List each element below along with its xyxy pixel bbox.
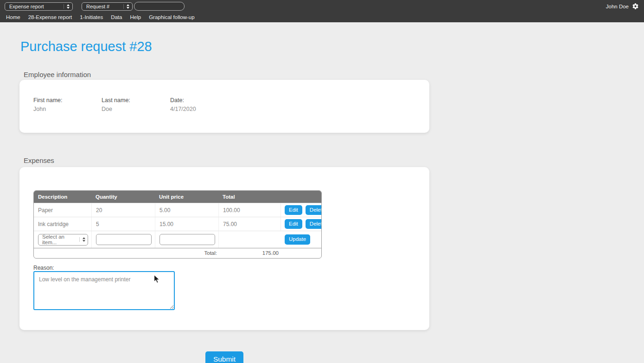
cell-description: Paper <box>34 203 91 217</box>
update-button[interactable]: Update <box>285 234 310 245</box>
page-title: Purchase request #28 <box>20 39 152 54</box>
employee-card: First name: John Last name: Doe Date: 4/… <box>19 80 429 133</box>
unit-price-input[interactable] <box>159 234 215 245</box>
col-header-description: Description <box>34 191 91 203</box>
delete-button[interactable]: Delete <box>306 219 321 229</box>
total-label: Total: <box>155 248 218 258</box>
total-value: 175.00 <box>218 248 281 258</box>
expenses-card: Description Quantity Unit price Total Pa… <box>19 167 429 330</box>
last-name-label: Last name: <box>102 97 130 104</box>
report-type-select[interactable]: Expense report <box>5 2 73 11</box>
edit-button[interactable]: Edit <box>285 205 302 215</box>
col-header-total: Total <box>218 191 281 203</box>
cell-unit-price: 15.00 <box>155 217 218 231</box>
cell-total: 75.00 <box>218 217 281 231</box>
table-row: Ink cartridge 5 15.00 75.00 Edit Delete <box>34 217 321 231</box>
nav-item-home[interactable]: Home <box>6 14 20 20</box>
first-name-value: John <box>33 106 63 112</box>
nav-item-initiates[interactable]: 1-Initiates <box>80 14 103 20</box>
expenses-table: Description Quantity Unit price Total Pa… <box>33 190 322 259</box>
col-header-actions <box>281 191 321 203</box>
chevron-updown-icon <box>64 4 70 9</box>
quantity-input[interactable] <box>96 234 152 245</box>
edit-button[interactable]: Edit <box>285 219 302 229</box>
user-area: John Doe <box>606 0 639 13</box>
reason-label: Reason: <box>33 265 54 271</box>
request-number-select[interactable]: Request # <box>82 2 133 11</box>
item-select[interactable]: Select an item... <box>38 234 88 246</box>
nav-item-data[interactable]: Data <box>111 14 122 20</box>
gear-icon[interactable] <box>632 3 639 10</box>
first-name-field: First name: John <box>33 97 63 112</box>
cell-unit-price: 5.00 <box>155 203 218 217</box>
table-new-item-row: Select an item... Update <box>34 231 321 248</box>
cell-quantity: 5 <box>91 217 155 231</box>
chevron-updown-icon <box>123 4 129 9</box>
reason-textarea[interactable]: Low level on the management printer <box>33 271 175 310</box>
cell-total: 100.00 <box>218 203 281 217</box>
last-name-field: Last name: Doe <box>102 97 130 112</box>
nav-item-help[interactable]: Help <box>130 14 141 20</box>
quick-search-input[interactable] <box>134 2 185 11</box>
table-footer-row: Total: 175.00 <box>34 248 321 258</box>
report-type-select-value: Expense report <box>9 4 61 9</box>
table-row: Paper 20 5.00 100.00 Edit Delete <box>34 203 321 217</box>
cell-description: Ink cartridge <box>34 217 91 231</box>
col-header-unit-price: Unit price <box>155 191 218 203</box>
nav-item-graphical-follow-up[interactable]: Graphical follow-up <box>149 14 194 20</box>
item-select-value: Select an item... <box>42 234 77 245</box>
expenses-section-heading: Expenses <box>24 156 54 164</box>
user-name-label: John Doe <box>606 4 629 9</box>
date-field: Date: 4/17/2020 <box>170 97 196 112</box>
request-number-select-value: Request # <box>86 4 121 9</box>
submit-button[interactable]: Submit <box>205 351 243 363</box>
table-header-row: Description Quantity Unit price Total <box>34 191 321 203</box>
cell-actions: Edit Delete <box>281 203 321 217</box>
app: Expense report Request # John Doe Home 2… <box>0 0 644 363</box>
cell-quantity: 20 <box>91 203 155 217</box>
date-value: 4/17/2020 <box>170 106 196 112</box>
delete-button[interactable]: Delete <box>306 205 321 215</box>
nav-item-expense-report[interactable]: 28-Expense report <box>28 14 72 20</box>
last-name-value: Doe <box>102 106 130 112</box>
chevron-updown-icon <box>79 237 85 242</box>
cell-actions: Edit Delete <box>281 217 321 231</box>
date-label: Date: <box>170 97 196 104</box>
col-header-quantity: Quantity <box>91 191 155 203</box>
employee-section-heading: Employee information <box>24 71 91 78</box>
first-name-label: First name: <box>33 97 63 104</box>
nav-menu: Home 28-Expense report 1-Initiates Data … <box>0 12 644 22</box>
top-toolbar: Expense report Request # John Doe Home 2… <box>0 0 644 22</box>
